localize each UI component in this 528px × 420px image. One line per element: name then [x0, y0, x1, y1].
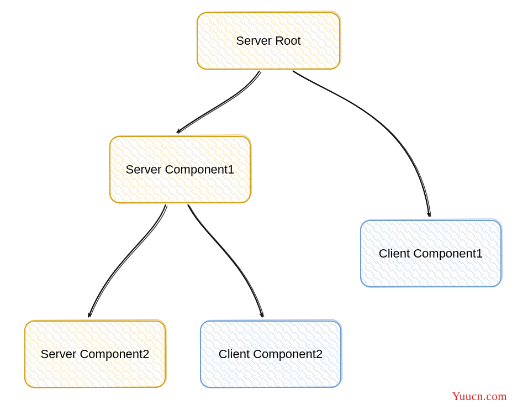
edge-root-sc1	[177, 71, 261, 134]
node-server-component1: Server Component1	[109, 136, 251, 203]
node-server-component2: Server Component2	[24, 321, 166, 388]
node-label: Client Component2	[219, 347, 323, 361]
node-label: Server Root	[236, 34, 300, 48]
watermark-text: Yuucn.com	[452, 390, 507, 403]
node-server-root: Server Root	[197, 12, 340, 70]
component-tree-diagram: Server Root Server Component1 Client Com…	[0, 0, 528, 420]
edge-root-cc1	[293, 71, 431, 217]
node-label: Server Component1	[126, 162, 235, 177]
node-label: Server Component2	[41, 347, 150, 361]
edge-sc1-cc2	[188, 204, 264, 317]
node-client-component1: Client Component1	[360, 220, 501, 287]
node-label: Client Component1	[379, 246, 483, 261]
node-client-component2: Client Component2	[200, 321, 341, 388]
edge-sc1-sc2	[88, 204, 167, 317]
